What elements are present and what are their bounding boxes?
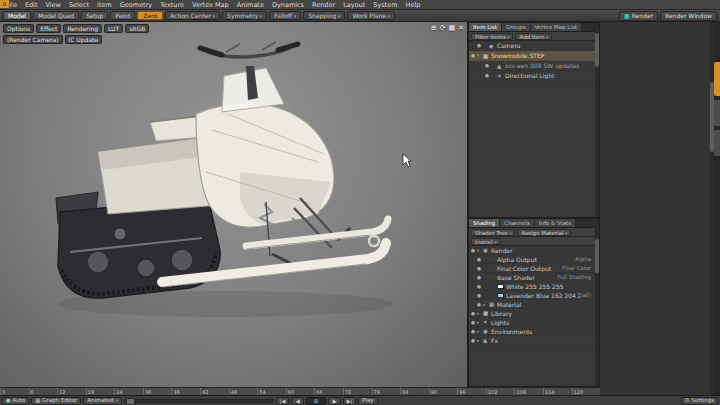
- properties-side-tab[interactable]: [714, 62, 720, 96]
- settings-button[interactable]: ⚙ Settings: [681, 397, 719, 405]
- timeline-tick: 114: [543, 388, 572, 395]
- layer-effect: Full Shading: [558, 274, 594, 280]
- visibility-icon[interactable]: ●: [477, 293, 483, 298]
- menu-item[interactable]: Item: [93, 0, 116, 10]
- menu-item[interactable]: Select: [65, 0, 93, 10]
- visibility-icon[interactable]: ●: [485, 73, 491, 78]
- item-label: Snowmobile.STEP: [491, 52, 593, 59]
- viewport-nav-icon[interactable]: ⟳: [440, 24, 446, 32]
- shader-row[interactable]: ● ▸ ▲ Fx: [469, 336, 595, 345]
- menu-item[interactable]: Dynamics: [268, 0, 308, 10]
- visibility-icon[interactable]: ●: [477, 275, 483, 280]
- item-list-tab[interactable]: Item List: [469, 23, 502, 31]
- shader-row[interactable]: ● ▸ ▦ Material: [469, 300, 595, 309]
- item-list-scrollbar[interactable]: [595, 23, 599, 217]
- next-frame-button[interactable]: ▶: [328, 397, 341, 405]
- menu-item[interactable]: Animate: [233, 0, 268, 10]
- menu-item[interactable]: Layout: [339, 0, 369, 10]
- add-item-dropdown[interactable]: Add Item: [515, 33, 552, 40]
- time-slider[interactable]: [124, 399, 274, 403]
- item-row[interactable]: ● ◆ Camera: [469, 41, 595, 51]
- item-row[interactable]: ● ▲ oss-een 009 SW updates: [469, 61, 595, 71]
- item-row[interactable]: ● ✦ Directional Light: [469, 71, 595, 81]
- color-swatch: [497, 293, 504, 298]
- zero-tool-button[interactable]: Zero: [137, 11, 163, 20]
- auto-key-toggle[interactable]: ● Auto: [2, 397, 29, 405]
- timeline-ruler[interactable]: 0612182430364248546066727884909610210811…: [0, 387, 600, 395]
- layout-tab[interactable]: Model Quad: [33, 11, 79, 20]
- visibility-icon[interactable]: ●: [477, 257, 483, 262]
- snowmobile-model[interactable]: [0, 22, 468, 387]
- layer-label: Lights: [491, 319, 591, 326]
- layout-tab[interactable]: Model: [3, 11, 31, 20]
- visibility-icon[interactable]: ●: [477, 266, 483, 271]
- menu-item[interactable]: Edit: [21, 0, 42, 10]
- shader-row[interactable]: ● · Base Shader Full Shading: [469, 273, 595, 282]
- viewport-option-button[interactable]: sRGB: [125, 24, 149, 33]
- graph-editor-button[interactable]: ▦ Graph Editor: [31, 397, 81, 405]
- layer-type-icon: ▦: [489, 301, 497, 307]
- current-frame-field[interactable]: 0: [306, 397, 326, 405]
- shader-row[interactable]: ● Lavender Blue 162 204 236 (all): [469, 291, 595, 300]
- viewport-option-button[interactable]: LUT: [104, 24, 123, 33]
- shader-row[interactable]: ● · Alpha Output Alpha: [469, 255, 595, 264]
- side-tab[interactable]: [714, 100, 720, 126]
- menu-item[interactable]: View: [41, 0, 64, 10]
- playback-mode-dropdown[interactable]: Animated: [83, 397, 122, 405]
- menu-item[interactable]: Geometry: [116, 0, 156, 10]
- last-frame-button[interactable]: ▶|: [343, 397, 356, 405]
- shader-row[interactable]: ● ▸ ■ Library: [469, 309, 595, 318]
- viewport-nav-icon[interactable]: ⊕: [431, 24, 437, 32]
- render-button[interactable]: ■ Render: [619, 11, 658, 21]
- menu-item[interactable]: Help: [402, 0, 425, 10]
- tool-option-dropdown[interactable]: Work Plane: [347, 11, 395, 20]
- menu-item[interactable]: Vertex Map: [188, 0, 233, 10]
- viewport-nav-icon[interactable]: ✕: [458, 24, 464, 32]
- menu-item[interactable]: Texture: [156, 0, 188, 10]
- viewport-option-button[interactable]: Rendering: [63, 24, 102, 33]
- layout-tab[interactable]: Paint: [110, 11, 135, 20]
- shader-tree-dropdown[interactable]: Shader Tree: [471, 229, 515, 236]
- first-frame-button[interactable]: |◀: [276, 397, 289, 405]
- tool-option-dropdown[interactable]: Falloff: [269, 11, 301, 20]
- tool-option-dropdown[interactable]: Action Center: [165, 11, 220, 20]
- tool-option-dropdown[interactable]: Symmetry: [222, 11, 267, 20]
- timeline-tick: 54: [257, 388, 286, 395]
- shader-row[interactable]: ● ▾ ◉ Render: [469, 246, 595, 255]
- shading-tab[interactable]: Info & Stats: [535, 219, 576, 227]
- shader-row[interactable]: ● ▸ ✦ Lights: [469, 318, 595, 327]
- time-slider-handle[interactable]: [126, 398, 135, 405]
- shader-filter-dropdown[interactable]: (none): [471, 238, 501, 245]
- viewport-camera-button[interactable]: (Render Camera): [3, 35, 63, 44]
- visibility-icon[interactable]: ●: [477, 43, 483, 48]
- timeline-tick: 0: [0, 388, 29, 395]
- item-row[interactable]: ● ▾ ■ Snowmobile.STEP: [469, 51, 595, 61]
- menu-item[interactable]: Render: [308, 0, 339, 10]
- playhead[interactable]: 0: [0, 0, 9, 8]
- shader-row[interactable]: ● · Final Color Output Final Color: [469, 264, 595, 273]
- filter-items-dropdown[interactable]: Filter Items: [471, 33, 513, 40]
- side-tab[interactable]: [714, 130, 720, 156]
- timeline-tick: 120: [572, 388, 601, 395]
- item-list-tab[interactable]: Groups: [502, 23, 531, 31]
- shader-tree-scrollbar[interactable]: [595, 219, 599, 386]
- play-button[interactable]: Play: [358, 397, 377, 405]
- viewport-nav-icon[interactable]: ▦: [449, 24, 456, 32]
- assign-material-button[interactable]: Assign Material: [517, 229, 571, 236]
- viewport-camera-button[interactable]: IC Update: [65, 35, 103, 44]
- viewport-3d[interactable]: OptionsEffectRenderingLUTsRGB (Render Ca…: [0, 22, 468, 387]
- layout-tab[interactable]: Setup: [81, 11, 108, 20]
- tool-option-dropdown[interactable]: Snapping: [303, 11, 345, 20]
- item-list-tab[interactable]: Vertex Map List: [531, 23, 582, 31]
- viewport-option-button[interactable]: Options: [3, 24, 34, 33]
- menu-item[interactable]: System: [369, 0, 401, 10]
- visibility-icon[interactable]: ●: [477, 284, 483, 289]
- shading-tab[interactable]: Channels: [500, 219, 534, 227]
- render-window-button[interactable]: Render Window: [660, 11, 717, 21]
- shader-row[interactable]: ● ▸ ◉ Environments: [469, 327, 595, 336]
- shading-tab[interactable]: Shading: [469, 219, 500, 227]
- previous-frame-button[interactable]: ◀: [291, 397, 304, 405]
- viewport-option-button[interactable]: Effect: [36, 24, 61, 33]
- visibility-icon[interactable]: ●: [485, 63, 491, 68]
- shader-row[interactable]: ● White 255 255 255: [469, 282, 595, 291]
